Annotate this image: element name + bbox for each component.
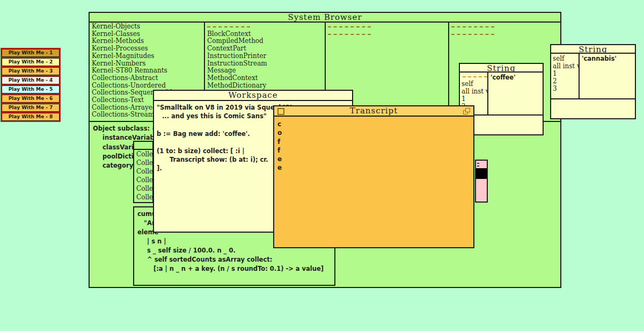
inspector-coffee-title: String: [487, 64, 516, 73]
class-list-item[interactable]: InstructionStream: [205, 60, 325, 68]
play-with-me-button[interactable]: Play With Me - 6: [2, 95, 60, 103]
transcript-line: o: [277, 128, 473, 137]
inspector-field-item[interactable]: all inst vars: [553, 62, 579, 70]
hidden-browser-category-items: CollectionsCollectionsCollectionsCollect…: [134, 150, 152, 202]
message-list-item[interactable]: [449, 23, 560, 31]
class-list-item[interactable]: CompiledMethod: [205, 38, 325, 45]
play-with-me-button-stack: Play With Me - 1Play With Me - 2Play Wit…: [1, 48, 61, 122]
category-list-item[interactable]: Kernel-Objects: [90, 23, 204, 31]
system-browser-titlebar[interactable]: System Browser: [90, 13, 560, 23]
transcript-line: e: [277, 163, 473, 172]
window-close-icon[interactable]: [277, 108, 284, 115]
inspector-cannabis-body: selfall inst vars123 'cannabis': [551, 54, 635, 98]
message-list-item[interactable]: [449, 31, 560, 38]
class-list-item[interactable]: MethodDictionary: [205, 82, 325, 90]
class-list-item[interactable]: Message: [205, 67, 325, 75]
inspector-cannabis-window: String selfall inst vars123 'cannabis': [550, 44, 636, 119]
inspector-coffee-titlebar[interactable]: String: [460, 64, 543, 73]
scrollbar-menu-mark: [477, 163, 479, 164]
transcript-line: e: [277, 155, 473, 163]
category-list-item[interactable]: Kernel-Magnitudes: [90, 53, 204, 60]
inspector-value-pane[interactable]: 'coffee': [488, 73, 543, 114]
workspace-title: Workspace: [228, 91, 277, 100]
window-collapse-icon[interactable]: [463, 108, 470, 114]
inspector-field-item[interactable]: 2: [553, 77, 579, 85]
hidden-browser-blank-row[interactable]: [134, 142, 152, 150]
inspector-field-item[interactable]: [462, 74, 487, 80]
category-list-item[interactable]: Collections: [135, 193, 152, 202]
inspector-field-item[interactable]: self: [462, 80, 487, 88]
workspace-titlebar[interactable]: Workspace: [154, 91, 352, 101]
transcript-scrollbar[interactable]: [475, 160, 488, 203]
inspector-field-list[interactable]: selfall inst vars123: [551, 54, 580, 98]
inspector-eval-pane[interactable]: [551, 98, 635, 118]
transcript-text-pane[interactable]: coffee: [274, 117, 473, 247]
squeak-desktop: Play With Me - 1Play With Me - 2Play Wit…: [0, 0, 644, 331]
transcript-line: f: [277, 146, 473, 155]
transcript-window: Transcript coffee: [273, 105, 474, 248]
class-list-item[interactable]: ContextPart: [205, 45, 325, 53]
category-list-item[interactable]: Collections: [135, 150, 152, 159]
code-line: ^ self sortedCounts asArray collect:: [137, 255, 324, 264]
class-list-item[interactable]: [205, 23, 325, 31]
class-list-item[interactable]: InstructionPrinter: [205, 53, 325, 60]
inspector-value: 'cannabis': [582, 55, 635, 62]
protocol-list-item[interactable]: [326, 23, 448, 31]
inspector-value-pane[interactable]: 'cannabis': [580, 54, 635, 98]
category-list-item[interactable]: Kernel-Numbers: [90, 60, 204, 68]
transcript-titlebar[interactable]: Transcript: [274, 106, 473, 117]
category-list-item[interactable]: Collections-Abstract: [90, 75, 204, 82]
inspector-field-item[interactable]: 1: [553, 70, 579, 77]
transcript-line: f: [277, 138, 473, 146]
play-with-me-button[interactable]: Play With Me - 1: [2, 49, 60, 57]
inspector-value: 'coffee': [491, 74, 543, 81]
category-list-item[interactable]: Collections-Unordered: [90, 82, 204, 90]
class-list-item[interactable]: MethodContext: [205, 75, 325, 82]
play-with-me-button[interactable]: Play With Me - 8: [2, 113, 60, 121]
category-list-item[interactable]: Collections: [135, 176, 152, 184]
play-with-me-button[interactable]: Play With Me - 3: [2, 67, 60, 75]
scrollbar-menu-mark: [477, 166, 479, 167]
code-line: [:a | n _ n + a key. (n / s roundTo: 0.1…: [137, 264, 324, 274]
hidden-browser-category-pane[interactable]: CollectionsCollectionsCollectionsCollect…: [133, 141, 153, 203]
category-list-item[interactable]: Collections: [135, 184, 152, 193]
category-list-item[interactable]: Kernel-Classes: [90, 31, 204, 38]
category-list-item[interactable]: Kernel-ST80 Remnants: [90, 67, 204, 75]
scrollbar-thumb[interactable]: [476, 168, 487, 179]
inspector-field-item[interactable]: all inst vars: [462, 88, 487, 95]
play-with-me-button[interactable]: Play With Me - 2: [2, 58, 60, 66]
transcript-line: c: [277, 120, 473, 128]
inspector-field-item[interactable]: self: [553, 55, 579, 62]
category-list-item[interactable]: Kernel-Processes: [90, 45, 204, 53]
category-list-item[interactable]: Kernel-Methods: [90, 38, 204, 45]
inspector-cannabis-titlebar[interactable]: String: [551, 45, 635, 54]
play-with-me-button[interactable]: Play With Me - 5: [2, 85, 60, 93]
category-list-item[interactable]: Collections: [135, 159, 152, 167]
category-list-item[interactable]: Collections: [135, 167, 152, 176]
protocol-list-item[interactable]: [326, 31, 448, 38]
inspector-field-item[interactable]: 1: [462, 95, 487, 103]
play-with-me-button[interactable]: Play With Me - 4: [2, 76, 60, 84]
inspector-cannabis-title: String: [579, 45, 608, 54]
system-browser-title: System Browser: [288, 13, 362, 22]
transcript-title: Transcript: [350, 106, 398, 116]
play-with-me-button[interactable]: Play With Me - 7: [2, 104, 60, 112]
class-list-item[interactable]: BlockContext: [205, 31, 325, 38]
inspector-field-item[interactable]: 3: [553, 85, 579, 92]
